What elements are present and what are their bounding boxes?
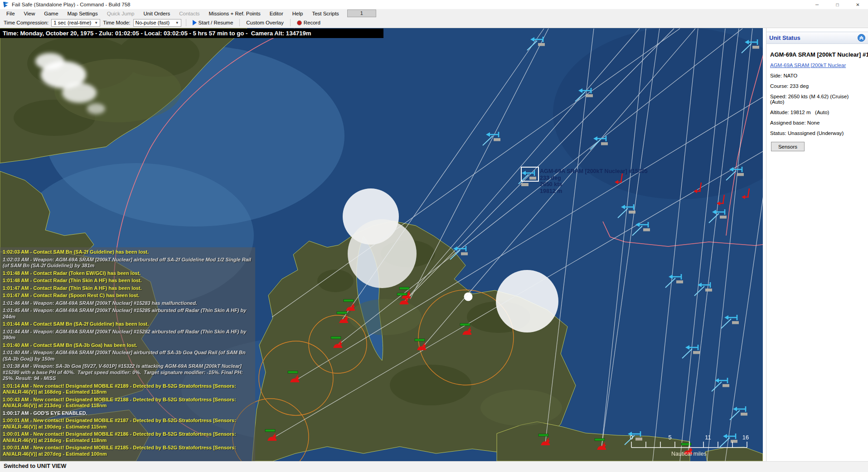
record-button[interactable]: Record <box>295 20 322 25</box>
log-message: 1:01:46 AM - Weapon: AGM-69A SRAM [200kT… <box>3 300 252 307</box>
unit-field: Status: Unassigned (Underway) <box>770 130 864 136</box>
record-label: Record <box>304 20 320 25</box>
log-message: 1:01:40 AM - Contact SAM Bn (SA-3b Goa) … <box>3 342 252 349</box>
toolbar-separator <box>239 19 240 26</box>
time-mode-label: Time Mode: <box>103 20 130 25</box>
selected-unit-course: 233 deg <box>540 175 648 182</box>
log-message: 1:02:03 AM - Weapon: AGM-69A SRAM [200kT… <box>3 257 252 269</box>
menu-item[interactable]: Missions + Ref. Points <box>204 11 265 16</box>
toolbar: Time Compression: 1 sec (real-time) ▼ Ti… <box>0 18 868 28</box>
test-scripts-counter: 1 <box>347 10 376 17</box>
time-mode-value: No-pulse (fast) <box>136 20 170 25</box>
selected-unit-altitude: 19812 m <box>540 188 648 195</box>
time-compression-select[interactable]: 1 sec (real-time) ▼ <box>51 19 100 27</box>
log-message: 1:01:48 AM - Contact Radar (Token EW/GCI… <box>3 270 252 277</box>
minimize-icon[interactable]: ─ <box>807 0 827 9</box>
sensors-button[interactable]: Sensors <box>771 142 805 151</box>
message-log: 1:02:03 AM - Contact SAM Bn (SA-2f Guide… <box>0 247 255 461</box>
menu-item[interactable]: Test Scripts <box>307 11 343 16</box>
log-message: 1:00:17 AM - GOD'S EYE ENABLED. <box>3 410 252 417</box>
time-compression-value: 1 sec (real-time) <box>53 20 91 25</box>
scale-tick-label: 11 <box>705 434 711 441</box>
log-message: 1:00:01 AM - New contact! Designated MOB… <box>3 445 252 457</box>
menu-item[interactable]: Map Settings <box>63 11 102 16</box>
log-message: 1:01:44 AM - Weapon: AGM-69A SRAM [200kT… <box>3 329 252 341</box>
menu-items: FileViewGameMap SettingsQuick JumpUnit O… <box>2 11 344 16</box>
close-icon[interactable]: ✕ <box>848 0 868 9</box>
unit-field: Assigned base: None <box>770 120 864 125</box>
log-message: 1:00:43 AM - New contact! Designated MOB… <box>3 397 252 409</box>
custom-overlay-label: Custom Overlay <box>246 20 283 25</box>
start-resume-button[interactable]: Start / Resume <box>191 20 235 25</box>
menu-item[interactable]: Game <box>39 11 63 16</box>
log-message: 1:01:44 AM - Contact SAM Bn (SA-2f Guide… <box>3 321 252 328</box>
panel-divider <box>763 28 766 461</box>
log-message: 1:02:03 AM - Contact SAM Bn (SA-2f Guide… <box>3 249 252 255</box>
time-status-bar: Time: Monday, October 20, 1975 - Zulu: 0… <box>0 29 383 38</box>
window-title-bar: Fail Safe (Standalone Play) - Command - … <box>0 0 868 9</box>
log-message: 1:01:38 AM - Weapon: SA-3b Goa [5V27, V-… <box>3 363 252 382</box>
scale-tick-label: 5 <box>668 434 671 441</box>
toolbar-separator <box>186 19 186 26</box>
unit-status-header-label: Unit Status <box>769 34 800 41</box>
log-message: 1:01:48 AM - Contact Radar (Thin Skin A … <box>3 278 252 284</box>
custom-overlay-button[interactable]: Custom Overlay <box>244 20 285 25</box>
unit-field: Speed: 2650 kts (M 4.62) (Cruise) (Auto) <box>770 94 864 105</box>
status-bar: Switched to UNIT VIEW <box>0 461 868 472</box>
log-message: 1:00:01 AM - New contact! Designated MOB… <box>3 431 252 443</box>
menu-item[interactable]: Editor <box>265 11 288 16</box>
window-controls: ─ □ ✕ <box>807 0 868 9</box>
scale-tick-label: 0 <box>630 434 633 441</box>
unit-status-panel: Unit Status AGM-69A SRAM [200kT Nuclear]… <box>766 28 868 461</box>
selected-unit-datablock: AGM-69A SRAM [200kT Nuclear] #15305 233 … <box>540 168 648 194</box>
scale-tick-label: 16 <box>742 434 749 441</box>
chevron-down-icon: ▼ <box>175 21 179 25</box>
log-message: 1:01:45 AM - Weapon: AGM-69A SRAM [200kT… <box>3 308 252 320</box>
menu-item[interactable]: Help <box>288 11 308 16</box>
log-message: 1:01:47 AM - Contact Radar (Spoon Rest C… <box>3 293 252 299</box>
unit-field: Side: NATO <box>770 73 864 78</box>
unit-fields: Side: NATOCourse: 233 degSpeed: 2650 kts… <box>766 73 868 136</box>
unit-database-link[interactable]: AGM-69A SRAM [200kT Nuclear <box>770 63 868 68</box>
record-icon <box>297 20 302 25</box>
collapse-panel-icon[interactable] <box>858 34 865 42</box>
log-message: 1:01:40 AM - Weapon: AGM-69A SRAM [200kT… <box>3 350 252 362</box>
start-resume-label: Start / Resume <box>199 20 233 25</box>
time-mode-select[interactable]: No-pulse (fast) ▼ <box>133 19 181 27</box>
menu-item[interactable]: File <box>2 11 19 16</box>
log-message: 1:01:14 AM - New contact! Designated MOB… <box>3 383 252 395</box>
play-icon <box>193 20 197 25</box>
menu-item[interactable]: Contacts <box>175 11 204 16</box>
unit-title: AGM-69A SRAM [200kT Nuclear] #15305 <box>770 51 868 58</box>
chevron-down-icon: ▼ <box>94 21 98 25</box>
toolbar-separator <box>290 19 291 26</box>
menu-item[interactable]: Quick Jump <box>102 11 139 16</box>
menu-item[interactable]: View <box>19 11 40 16</box>
menu-item[interactable]: Unit Orders <box>139 11 175 16</box>
menu-bar: FileViewGameMap SettingsQuick JumpUnit O… <box>0 9 868 18</box>
window-title: Fail Safe (Standalone Play) - Command - … <box>12 2 130 7</box>
selected-unit-name: AGM-69A SRAM [200kT Nuclear] #15305 <box>540 168 648 175</box>
log-message: 1:00:01 AM - New contact! Designated MOB… <box>3 418 252 430</box>
unit-status-header: Unit Status <box>766 32 868 44</box>
unit-field: Course: 233 deg <box>770 83 864 89</box>
app-icon <box>3 1 9 8</box>
log-message: 1:01:47 AM - Contact Radar (Thin Skin A … <box>3 285 252 292</box>
time-compression-label: Time Compression: <box>4 20 48 25</box>
selected-unit-speed: 2650 kts <box>540 181 648 188</box>
scale-unit-label: Nautical miles <box>671 451 707 457</box>
unit-field: Altitude: 19812 m (Auto) <box>770 110 864 115</box>
maximize-icon[interactable]: □ <box>827 0 848 9</box>
